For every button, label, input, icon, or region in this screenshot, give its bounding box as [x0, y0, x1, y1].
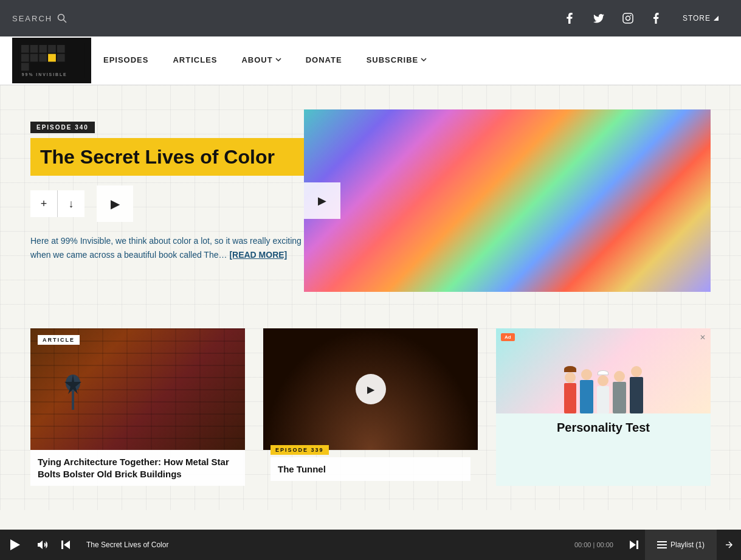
social-links: STORE [556, 5, 729, 32]
article-card-title-box: Tying Architecture Together: How Metal S… [30, 450, 245, 486]
svg-point-0 [58, 15, 64, 21]
episode-number-badge: EPISODE 339 [271, 445, 329, 455]
hero-section: EPISODE 340 The Secret Lives of Color + … [30, 109, 711, 292]
ad-badge: Ad [501, 333, 515, 341]
svg-rect-6 [21, 45, 29, 53]
store-button[interactable]: STORE [673, 9, 729, 27]
svg-rect-13 [39, 54, 47, 62]
read-more-link[interactable]: [READ MORE] [229, 250, 287, 260]
episode-play-button[interactable]: ▶ [356, 374, 386, 404]
search-label: SEARCH [12, 14, 52, 23]
svg-point-4 [630, 15, 631, 16]
top-bar: SEARCH STORE [0, 0, 741, 36]
search-icon [57, 13, 67, 23]
svg-line-1 [64, 20, 67, 23]
svg-rect-16 [21, 63, 29, 71]
nav-subscribe[interactable]: SUBSCRIBE [354, 49, 439, 72]
ad-close-icon[interactable]: ✕ [700, 333, 706, 342]
add-to-playlist-button[interactable]: + [30, 190, 57, 217]
facebook-icon[interactable] [556, 5, 583, 32]
episode-card-labels: EPISODE 339 The Tunnel [263, 438, 478, 486]
svg-rect-9 [48, 45, 56, 53]
twitter-icon[interactable] [585, 5, 612, 32]
article-badge-area: ARTICLE [30, 328, 245, 353]
hero-image [304, 109, 711, 292]
chevron-down-icon [275, 58, 281, 61]
search-area[interactable]: SEARCH [12, 13, 67, 23]
star-bolt-icon [55, 365, 91, 413]
hero-actions: + ↓ ▶ [30, 185, 304, 222]
svg-text:99%  INVISIBLE: 99% INVISIBLE [22, 72, 67, 77]
svg-rect-12 [30, 54, 38, 62]
hero-left: EPISODE 340 The Secret Lives of Color + … [30, 109, 304, 292]
episode-card-title-box: The Tunnel [271, 457, 470, 482]
hero-description: Here at 99% Invisible, we think about co… [30, 234, 304, 261]
svg-point-3 [626, 16, 630, 21]
nav-donate[interactable]: DONATE [294, 49, 354, 72]
hero-title-box: The Secret Lives of Color [30, 138, 304, 176]
hero-title: The Secret Lives of Color [40, 145, 294, 168]
nav-articles[interactable]: ARTICLES [160, 49, 229, 72]
instagram-icon[interactable] [615, 5, 641, 32]
tumblr-icon[interactable] [644, 5, 670, 32]
hero-play-button[interactable]: ▶ [97, 185, 133, 222]
episode-card-title: The Tunnel [278, 463, 463, 475]
hero-image-area: ▶ [304, 109, 711, 292]
ad-image-area: Ad ✕ [496, 328, 711, 413]
svg-rect-7 [30, 45, 38, 53]
chevron-down-icon-2 [421, 58, 427, 61]
episode-card-image: ▶ [263, 328, 478, 450]
article-type-badge: ARTICLE [38, 335, 80, 345]
main-content: EPISODE 340 The Secret Lives of Color + … [0, 85, 741, 510]
ad-title: Personality Test [557, 421, 650, 435]
episode-badge: EPISODE 340 [30, 122, 95, 133]
article-card[interactable]: ARTICLE Tying Architecture Together: How… [30, 328, 245, 486]
svg-rect-10 [57, 45, 65, 53]
ad-card: Ad ✕ [496, 328, 711, 486]
article-card-title: Tying Architecture Together: How Metal S… [38, 456, 238, 480]
cards-section: ARTICLE Tying Architecture Together: How… [30, 328, 711, 486]
nav-bar: 99% INVISIBLE EPISODES ARTICLES ABOUT DO… [0, 36, 741, 85]
episode-card[interactable]: ▶ EPISODE 339 The Tunnel [263, 328, 478, 486]
svg-rect-15 [57, 54, 65, 62]
nav-about[interactable]: ABOUT [229, 49, 293, 72]
svg-rect-11 [21, 54, 29, 62]
svg-rect-17 [48, 54, 56, 62]
main-nav: EPISODES ARTICLES ABOUT DONATE SUBSCRIBE [91, 49, 729, 72]
hero-image-play-button[interactable]: ▶ [304, 182, 340, 219]
site-logo[interactable]: 99% INVISIBLE [12, 38, 91, 83]
download-button[interactable]: ↓ [58, 190, 84, 217]
svg-rect-8 [39, 45, 47, 53]
nav-episodes[interactable]: EPISODES [91, 49, 160, 72]
ad-content: Personality Test [550, 413, 657, 446]
svg-rect-20 [72, 392, 74, 410]
svg-rect-2 [623, 13, 633, 23]
